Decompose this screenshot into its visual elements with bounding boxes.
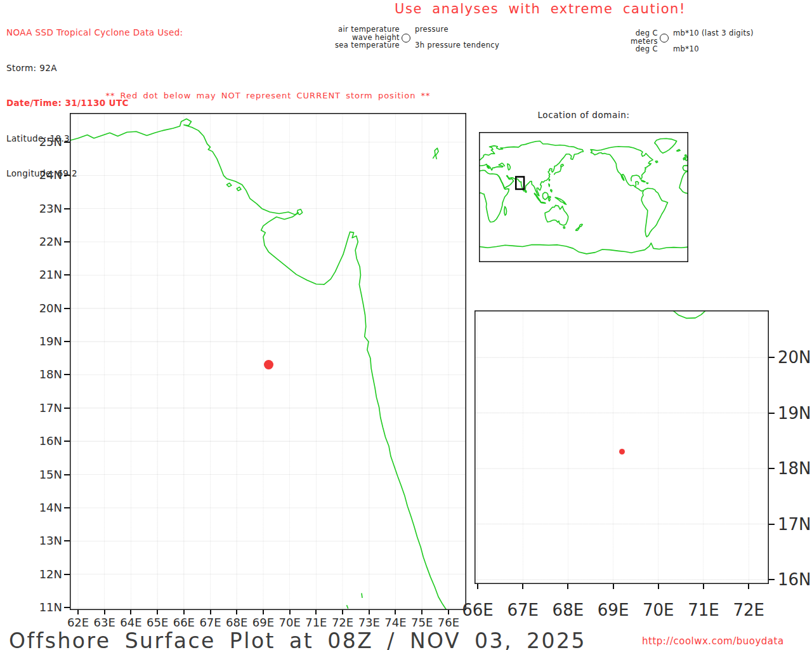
y-axis-tick-label: 21N [33,268,62,281]
x-axis-tick [289,610,291,614]
y-axis-tick-label: 12N [33,567,62,581]
units-legend-mb-bottom: mb*10 [673,45,699,53]
y-axis-tick [64,574,70,575]
x-axis-tick-label: 69E [588,600,639,620]
y-axis-tick [64,507,70,508]
x-axis-tick [157,610,158,614]
y-axis-tick-label: 14N [33,501,62,514]
y-axis-tick-label: 11N [33,600,62,614]
x-axis-tick [369,610,370,614]
y-axis-tick-label: 13N [33,534,62,547]
units-plot-circle-icon [660,34,669,43]
y-axis-tick [64,308,70,309]
y-axis-tick-label: 20N [33,302,62,315]
y-axis-tick [64,241,70,242]
x-axis-tick [613,584,614,589]
units-legend-degc-bottom: deg C [571,45,658,53]
x-axis-tick [183,610,185,614]
units-legend-left: deg C meters deg C [571,29,658,53]
world-map-canvas [479,132,688,262]
y-axis-tick [64,474,70,475]
y-axis-tick [769,579,775,580]
y-axis-tick-label: 17N [33,401,62,415]
y-axis-tick-label: 22N [33,235,62,248]
station-legend-air: air temperature [273,25,400,34]
station-plot-circle-icon [402,34,410,43]
y-axis-tick [64,142,70,143]
x-axis-tick [748,584,749,589]
y-axis-tick-label: 19N [33,335,62,348]
y-axis-tick [64,208,70,209]
y-axis-tick-label: 16N [33,434,62,448]
zoom-inset-frame [475,310,769,584]
x-axis-tick [342,610,343,614]
storm-position-dot [264,360,273,369]
world-coastline-africa [479,170,509,222]
world-coastline-antarctica [479,243,688,254]
station-legend-sea: sea temperature [273,41,400,50]
y-axis-tick-label: 25N [33,135,62,149]
x-axis-tick [477,584,478,589]
x-axis-tick-label: 72E [723,600,774,620]
y-axis-tick-label: 15N [33,468,62,481]
x-axis-tick [263,610,264,614]
world-coastline-eurasia [479,141,688,196]
x-axis-tick-label: 70E [633,600,684,620]
x-axis-tick [567,584,568,589]
y-axis-tick [769,468,775,469]
world-map [479,132,688,262]
x-axis-tick-label: 68E [542,600,593,620]
main-map: 62E63E64E65E66E67E68E69E70E71E72E73E74E7… [70,113,466,610]
x-axis-tick [210,610,211,614]
x-axis-tick [315,610,317,614]
y-axis-tick [64,540,70,541]
y-axis-tick [64,408,70,409]
y-axis-tick-label: 23N [33,202,62,215]
y-axis-tick [64,341,70,342]
x-axis-tick [658,584,659,589]
station-legend-pressure: pressure [415,25,449,34]
x-axis-tick [703,584,704,589]
plot-title: Offshore Surface Plot at 08Z / NOV 03, 2… [9,628,586,650]
caution-banner: Use analyses with extreme caution! [395,1,724,17]
y-axis-tick [64,607,70,608]
coastline-india [70,119,447,610]
y-axis-tick [64,441,70,442]
x-axis-tick [522,584,523,589]
x-axis-tick [236,610,237,614]
y-axis-tick [769,413,775,414]
world-coastline-americas [591,138,677,237]
station-legend-tendency: 3h pressure tendency [415,41,499,50]
x-axis-tick [448,610,449,614]
zoom-inset-map: 66E67E68E69E70E71E72E20N19N18N17N16N [475,310,769,584]
source-url: http://coolwx.com/buoydata [642,635,784,647]
zoom-inset-gridlines [475,310,769,584]
y-axis-tick-label: 24N [33,168,62,182]
world-coastline-asia-pacific [525,164,582,231]
units-legend-degc-top: deg C [571,29,658,37]
x-axis-tick [395,610,396,614]
x-axis-tick-label: 71E [678,600,729,620]
storm-position-warning: ** Red dot below may NOT represent CURRE… [70,91,466,100]
coastline-kathiawar [673,310,706,318]
storm-info-storm: Storm: 92A [6,62,183,74]
y-axis-tick-label: 17N [778,515,811,534]
x-axis-tick [104,610,105,614]
x-axis-tick [421,610,422,614]
y-axis-tick [64,374,70,375]
y-axis-tick-label: 19N [778,404,811,423]
zoom-inset-canvas [475,310,769,584]
x-axis-tick-label: 66E [452,600,503,620]
y-axis-tick [769,357,775,358]
x-axis-tick-label: 67E [497,600,548,620]
x-axis-tick [130,610,131,614]
y-axis-tick-label: 18N [33,368,62,381]
y-axis-tick-label: 18N [778,459,811,478]
x-axis-tick [77,610,79,614]
y-axis-tick-label: 16N [778,570,811,589]
y-axis-tick [64,274,70,275]
station-legend-left: air temperature wave height sea temperat… [273,25,400,50]
y-axis-tick [64,175,70,176]
y-axis-tick-label: 20N [778,348,811,367]
y-axis-tick [769,524,775,525]
